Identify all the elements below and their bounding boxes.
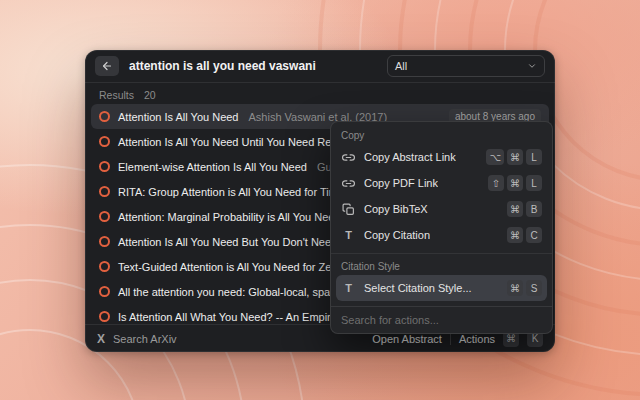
key-cap: ⌘ — [507, 227, 523, 243]
link-icon — [341, 176, 356, 191]
key-cap: ⌘ — [507, 201, 523, 217]
link-icon — [341, 150, 356, 165]
copy-icon — [341, 202, 356, 217]
key-cap: S — [526, 280, 542, 296]
action-item-copy-bibtex[interactable]: Copy BibTeX ⌘ B — [336, 196, 547, 222]
key-cap: L — [526, 149, 542, 165]
action-item-label: Copy Citation — [364, 229, 430, 241]
key-cap: B — [526, 201, 542, 217]
action-search — [331, 306, 552, 333]
arxiv-ring-icon — [99, 111, 110, 122]
arxiv-ring-icon — [99, 261, 110, 272]
arxiv-ring-icon — [99, 186, 110, 197]
section-title-copy: Copy — [331, 124, 552, 144]
action-item-label: Copy BibTeX — [364, 203, 428, 215]
back-arrow-icon — [101, 60, 113, 72]
result-title: Element-wise Attention Is All You Need — [118, 161, 307, 173]
arxiv-ring-icon — [99, 311, 110, 322]
text-icon: T — [341, 281, 356, 296]
key-cap: ⌘ — [507, 175, 523, 191]
shortcut-keys: ⌘ C — [507, 227, 542, 243]
action-item-copy-pdf-link[interactable]: Copy PDF Link ⇧ ⌘ L — [336, 170, 547, 196]
key-cap: ⌘ — [507, 280, 523, 296]
results-label: Results — [99, 89, 134, 101]
key-cap: ⌥ — [486, 149, 504, 165]
action-item-label: Copy PDF Link — [364, 177, 438, 189]
action-search-input[interactable] — [341, 314, 542, 326]
arxiv-app-icon: X — [97, 332, 105, 346]
result-title: Attention: Marginal Probability is All Y… — [118, 211, 347, 223]
arxiv-ring-icon — [99, 211, 110, 222]
filter-dropdown-value: All — [395, 60, 407, 72]
action-item-copy-citation[interactable]: T Copy Citation ⌘ C — [336, 222, 547, 248]
results-count: 20 — [144, 89, 156, 101]
back-button[interactable] — [95, 56, 119, 76]
action-item-label: Copy Abstract Link — [364, 151, 456, 163]
key-cap: ⇧ — [488, 175, 504, 191]
arxiv-ring-icon — [99, 136, 110, 147]
action-item-select-citation-style[interactable]: T Select Citation Style... ⌘ S — [336, 275, 547, 301]
key-cap: ⌘ — [507, 149, 523, 165]
footer-divider — [450, 333, 451, 345]
arxiv-ring-icon — [99, 161, 110, 172]
chevron-down-icon — [527, 61, 537, 71]
section-divider — [331, 253, 552, 254]
action-item-label: Select Citation Style... — [364, 282, 472, 294]
launcher-window: attention is all you need vaswani All Re… — [85, 50, 555, 352]
arxiv-ring-icon — [99, 236, 110, 247]
filter-dropdown[interactable]: All — [387, 55, 545, 77]
open-abstract-button[interactable]: Open Abstract — [372, 333, 442, 345]
app-name: Search ArXiv — [113, 333, 177, 345]
actions-button[interactable]: Actions — [459, 333, 495, 345]
key-cap: L — [526, 175, 542, 191]
search-bar: attention is all you need vaswani All — [85, 50, 555, 83]
shortcut-keys: ⌘ B — [507, 201, 542, 217]
key-cap: C — [526, 227, 542, 243]
result-title: Attention Is All You Need — [118, 111, 238, 123]
search-input[interactable]: attention is all you need vaswani — [129, 59, 316, 73]
shortcut-keys: ⇧ ⌘ L — [488, 175, 542, 191]
action-panel: Copy Copy Abstract Link ⌥ ⌘ L Copy PDF L… — [330, 121, 553, 334]
text-icon: T — [341, 228, 356, 243]
section-title-citation-style: Citation Style — [331, 255, 552, 275]
action-item-copy-abstract-link[interactable]: Copy Abstract Link ⌥ ⌘ L — [336, 144, 547, 170]
arxiv-ring-icon — [99, 286, 110, 297]
result-title: Attention Is All You Need Until You Need… — [118, 136, 364, 148]
shortcut-keys: ⌘ S — [507, 280, 542, 296]
shortcut-keys: ⌥ ⌘ L — [486, 149, 542, 165]
results-header: Results 20 — [85, 83, 555, 104]
